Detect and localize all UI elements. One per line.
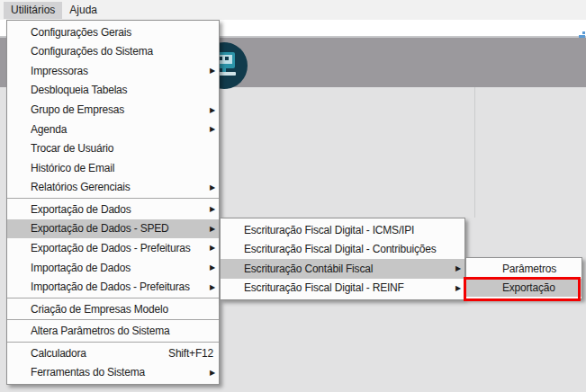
menu-item-escrituracao-fiscal-digital-icms-ipi[interactable]: Escrituração Fiscal Digital - ICMS/IPI	[221, 220, 464, 240]
menu-item-label: Altera Parâmetros do Sistema	[31, 325, 215, 337]
utilities-dropdown-menu: Configurações GeraisConfigurações do Sis…	[6, 20, 220, 385]
menu-item-label: Calculadora	[31, 347, 168, 360]
menu-item-importacao-de-dados-prefeituras[interactable]: Importação de Dados - Prefeituras▶	[7, 277, 219, 297]
menu-item-historico-de-email[interactable]: Histórico de Email	[7, 158, 219, 178]
menu-item-label: Ferramentas do Sistema	[31, 366, 204, 379]
menu-item-escrituracao-fiscal-digital-reinf[interactable]: Escrituração Fiscal Digital - REINF▶	[221, 279, 464, 298]
submenu-arrow-icon: ▶	[210, 205, 215, 213]
menu-item-desbloqueia-tabelas[interactable]: Desbloqueia Tabelas	[7, 81, 219, 101]
submenu-arrow-icon: ▶	[210, 106, 215, 114]
menu-item-grupo-de-empresas[interactable]: Grupo de Empresas▶	[7, 100, 219, 120]
menu-item-label: Parâmetros	[502, 263, 578, 275]
menu-item-label: Escrituração Contábil Fiscal	[244, 263, 450, 275]
menu-item-label: Exportação de Dados	[31, 203, 204, 216]
menu-item-parametros[interactable]: Parâmetros	[466, 260, 581, 279]
menu-item-exportacao-de-dados-sped[interactable]: Exportação de Dados - SPED▶	[7, 219, 219, 239]
menu-item-ferramentas-do-sistema[interactable]: Ferramentas do Sistema▶	[7, 363, 219, 383]
menu-item-configuracoes-gerais[interactable]: Configurações Gerais	[7, 22, 219, 42]
menu-item-label: Exportação de Dados - SPED	[31, 222, 204, 235]
sped-submenu: Escrituração Fiscal Digital - ICMS/IPIEs…	[220, 218, 465, 300]
submenu-arrow-icon: ▶	[210, 125, 215, 133]
menu-item-label: Escrituração Fiscal Digital - Contribuiç…	[244, 243, 461, 255]
menu-item-label: Escrituração Fiscal Digital - ICMS/IPI	[244, 224, 461, 236]
menu-item-label: Importação de Dados	[31, 262, 204, 274]
menu-item-calculadora[interactable]: CalculadoraShift+F12	[7, 343, 219, 363]
menu-item-label: Desbloqueia Tabelas	[31, 84, 215, 96]
menu-item-relatorios-gerenciais[interactable]: Relatórios Gerenciais▶	[7, 178, 219, 198]
menubar-item-ajuda[interactable]: Ajuda	[62, 2, 104, 19]
ecf-submenu: ParâmetrosExportação	[465, 257, 582, 299]
menu-item-label: Histórico de Email	[31, 162, 215, 174]
submenu-arrow-icon: ▶	[210, 244, 215, 252]
menu-item-label: Relatórios Gerenciais	[31, 181, 204, 193]
submenu-arrow-icon: ▶	[210, 67, 215, 75]
menu-item-label: Importação de Dados - Prefeituras	[31, 281, 204, 293]
menu-item-criacao-de-empresas-modelo[interactable]: Criação de Empresas Modelo	[7, 299, 219, 319]
menubar-item-utilitarios[interactable]: Utilitários	[4, 2, 62, 19]
menu-item-exportacao[interactable]: Exportação	[466, 279, 581, 298]
menu-item-label: Configurações Gerais	[31, 26, 215, 39]
menu-item-label: Configurações do Sistema	[31, 45, 215, 58]
menu-item-importacao-de-dados[interactable]: Importação de Dados▶	[7, 258, 219, 278]
menu-item-agenda[interactable]: Agenda▶	[7, 120, 219, 139]
menu-item-label: Exportação	[502, 281, 578, 294]
menu-item-label: Agenda	[31, 123, 204, 136]
menu-bar: Utilitários Ajuda	[0, 0, 586, 20]
submenu-arrow-icon: ▶	[455, 284, 461, 292]
menu-item-label: Grupo de Empresas	[31, 103, 204, 116]
menu-separator	[7, 198, 219, 199]
menu-item-escrituracao-fiscal-digital-contribuicoes[interactable]: Escrituração Fiscal Digital - Contribuiç…	[221, 240, 464, 260]
window-edge-line	[474, 87, 475, 218]
menu-item-shortcut: Shift+F12	[168, 347, 213, 360]
menu-separator	[7, 298, 219, 298]
menu-item-trocar-de-usuario[interactable]: Trocar de Usuário	[7, 138, 219, 158]
submenu-arrow-icon: ▶	[210, 225, 215, 233]
resize-grip-icon	[579, 31, 585, 38]
submenu-arrow-icon: ▶	[210, 263, 215, 272]
submenu-arrow-icon: ▶	[210, 369, 215, 377]
menu-item-escrituracao-contabil-fiscal[interactable]: Escrituração Contábil Fiscal▶	[221, 259, 464, 279]
submenu-arrow-icon: ▶	[210, 183, 215, 192]
menu-item-label: Exportação de Dados - Prefeituras	[31, 242, 204, 254]
submenu-arrow-icon: ▶	[455, 264, 461, 272]
submenu-arrow-icon: ▶	[210, 283, 215, 291]
menu-item-altera-parametros-do-sistema[interactable]: Altera Parâmetros do Sistema	[7, 321, 219, 341]
menu-item-exportacao-de-dados[interactable]: Exportação de Dados▶	[7, 200, 219, 219]
menu-item-impressoras[interactable]: Impressoras▶	[7, 61, 219, 81]
menu-separator	[7, 342, 219, 343]
menu-item-label: Impressoras	[31, 65, 204, 77]
menu-item-label: Criação de Empresas Modelo	[31, 303, 215, 316]
menu-item-label: Escrituração Fiscal Digital - REINF	[244, 281, 450, 294]
menu-item-label: Trocar de Usuário	[31, 142, 215, 155]
menu-item-exportacao-de-dados-prefeituras[interactable]: Exportação de Dados - Prefeituras▶	[7, 238, 219, 258]
menu-separator	[7, 319, 219, 320]
menu-item-configuracoes-do-sistema[interactable]: Configurações do Sistema	[7, 42, 219, 62]
